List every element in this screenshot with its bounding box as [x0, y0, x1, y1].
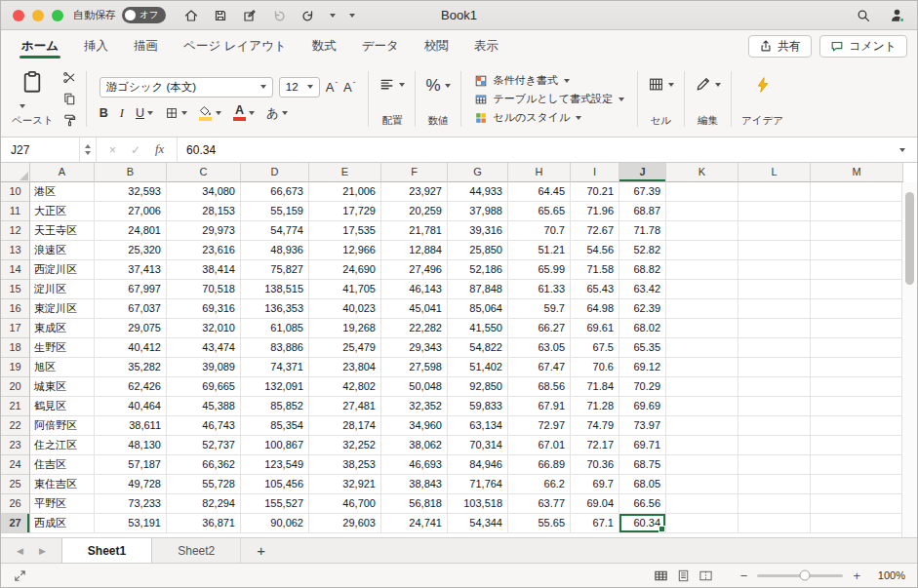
- redo-icon[interactable]: [300, 8, 316, 23]
- cell-M26[interactable]: [811, 494, 903, 514]
- name-box[interactable]: J27: [1, 137, 79, 162]
- cell-L14[interactable]: [738, 260, 811, 280]
- cell-J11[interactable]: 68.87: [619, 202, 666, 221]
- cell-C11[interactable]: 28,153: [167, 202, 241, 221]
- cell-H23[interactable]: 67.01: [508, 436, 571, 455]
- cell-M17[interactable]: [811, 319, 903, 338]
- cell-L27[interactable]: [738, 514, 811, 533]
- cell-I16[interactable]: 64.98: [571, 299, 619, 319]
- row-header-20[interactable]: 20: [1, 377, 30, 397]
- cell-L10[interactable]: [738, 182, 811, 202]
- cell-J14[interactable]: 68.82: [619, 260, 666, 280]
- cell-M15[interactable]: [811, 280, 903, 299]
- column-header-L[interactable]: L: [738, 163, 811, 182]
- cell-I21[interactable]: 71.28: [571, 397, 619, 416]
- column-header-E[interactable]: E: [309, 163, 381, 182]
- column-header-G[interactable]: G: [448, 163, 508, 182]
- cell-E11[interactable]: 17,729: [309, 202, 381, 221]
- cell-D13[interactable]: 48,936: [241, 241, 309, 260]
- column-header-B[interactable]: B: [95, 163, 167, 182]
- row-header-21[interactable]: 21: [1, 397, 30, 416]
- row-header-16[interactable]: 16: [1, 299, 30, 319]
- close-window-button[interactable]: [13, 10, 24, 21]
- font-size-select[interactable]: 12: [279, 77, 320, 98]
- cell-F19[interactable]: 27,598: [381, 358, 448, 377]
- cell-C13[interactable]: 23,616: [167, 241, 241, 260]
- column-header-H[interactable]: H: [508, 163, 571, 182]
- cell-G23[interactable]: 70,314: [448, 436, 508, 455]
- cell-I20[interactable]: 71.84: [571, 377, 619, 397]
- cell-G17[interactable]: 41,550: [448, 319, 508, 338]
- cell-C19[interactable]: 39,089: [167, 358, 241, 377]
- cell-M11[interactable]: [811, 202, 903, 221]
- cell-M24[interactable]: [811, 455, 903, 475]
- column-header-D[interactable]: D: [241, 163, 309, 182]
- cell-E26[interactable]: 46,700: [309, 494, 381, 514]
- cell-C24[interactable]: 66,362: [167, 455, 241, 475]
- cell-F13[interactable]: 12,884: [381, 241, 448, 260]
- cell-E22[interactable]: 28,174: [309, 416, 381, 436]
- cell-G10[interactable]: 44,933: [448, 182, 508, 202]
- cell-F27[interactable]: 24,741: [381, 514, 448, 533]
- cell-I14[interactable]: 71.58: [571, 260, 619, 280]
- enter-icon[interactable]: ✓: [131, 143, 140, 157]
- zoom-out-button[interactable]: −: [740, 569, 748, 582]
- column-header-K[interactable]: K: [666, 163, 738, 182]
- autosave-toggle[interactable]: オフ: [122, 7, 166, 23]
- cell-E24[interactable]: 38,253: [309, 455, 381, 475]
- cell-M18[interactable]: [811, 338, 903, 358]
- undo-icon[interactable]: [271, 8, 287, 23]
- cell-J26[interactable]: 66.56: [619, 494, 666, 514]
- cell-J20[interactable]: 70.29: [619, 377, 666, 397]
- cell-F11[interactable]: 20,259: [381, 202, 448, 221]
- cell-J23[interactable]: 69.71: [619, 436, 666, 455]
- cell-I26[interactable]: 69.04: [571, 494, 619, 514]
- cell-L26[interactable]: [738, 494, 811, 514]
- cell-I11[interactable]: 71.96: [571, 202, 619, 221]
- vertical-scrollbar[interactable]: [901, 182, 917, 537]
- cell-K11[interactable]: [666, 202, 738, 221]
- cell-G20[interactable]: 92,850: [448, 377, 508, 397]
- cell-G12[interactable]: 39,316: [448, 221, 508, 241]
- cell-E25[interactable]: 32,921: [309, 475, 381, 494]
- cell-M27[interactable]: [811, 514, 903, 533]
- cell-K10[interactable]: [666, 182, 738, 202]
- zoom-in-button[interactable]: +: [853, 569, 860, 582]
- cell-H19[interactable]: 67.47: [508, 358, 571, 377]
- row-header-13[interactable]: 13: [1, 241, 30, 260]
- tab-描画[interactable]: 描画: [121, 30, 171, 61]
- cell-H13[interactable]: 51.21: [508, 241, 571, 260]
- cell-M14[interactable]: [811, 260, 903, 280]
- cell-F17[interactable]: 22,282: [381, 319, 448, 338]
- cell-E19[interactable]: 23,804: [309, 358, 381, 377]
- cell-I27[interactable]: 67.1: [571, 514, 619, 533]
- cell-L24[interactable]: [738, 455, 811, 475]
- cell-C22[interactable]: 46,743: [167, 416, 241, 436]
- cell-G27[interactable]: 54,344: [448, 514, 508, 533]
- cell-C18[interactable]: 43,474: [167, 338, 241, 358]
- paste-button[interactable]: [20, 69, 45, 112]
- cell-B25[interactable]: 49,728: [95, 475, 167, 494]
- cell-F24[interactable]: 46,693: [381, 455, 448, 475]
- row-header-23[interactable]: 23: [1, 436, 30, 455]
- cell-K25[interactable]: [666, 475, 738, 494]
- editing-button[interactable]: [695, 76, 721, 93]
- cell-G22[interactable]: 63,134: [448, 416, 508, 436]
- cell-C10[interactable]: 34,080: [167, 182, 241, 202]
- alignment-button[interactable]: [379, 76, 405, 93]
- cell-F21[interactable]: 32,352: [381, 397, 448, 416]
- cell-F16[interactable]: 45,041: [381, 299, 448, 319]
- toolbar-overflow-icon[interactable]: [349, 14, 355, 18]
- bold-button[interactable]: B: [100, 106, 108, 120]
- cell-E15[interactable]: 41,705: [309, 280, 381, 299]
- cell-G13[interactable]: 25,850: [448, 241, 508, 260]
- row-header-14[interactable]: 14: [1, 260, 30, 280]
- cell-F15[interactable]: 46,143: [381, 280, 448, 299]
- cell-H24[interactable]: 66.89: [508, 455, 571, 475]
- minimize-window-button[interactable]: [32, 10, 44, 21]
- column-header-J[interactable]: J: [619, 163, 666, 182]
- page-break-view-icon[interactable]: [698, 568, 713, 583]
- cell-M19[interactable]: [811, 358, 903, 377]
- cell-L23[interactable]: [738, 436, 811, 455]
- cell-F14[interactable]: 27,496: [381, 260, 448, 280]
